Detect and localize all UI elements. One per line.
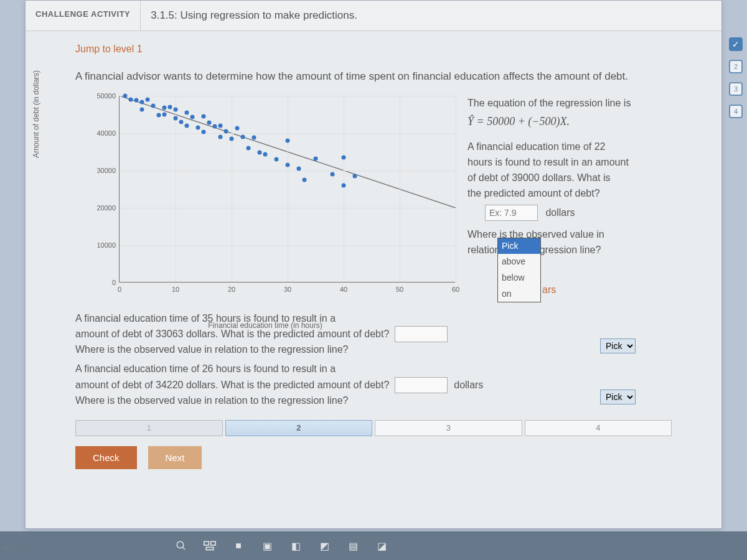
- data-point: [241, 134, 245, 139]
- q2-predicted-input[interactable]: [395, 326, 448, 342]
- svg-rect-4: [211, 541, 216, 545]
- pick-option-above[interactable]: above: [498, 254, 540, 270]
- data-point: [252, 135, 256, 139]
- equation-intro: The equation of the regression line is: [467, 96, 672, 111]
- q3-pick-select[interactable]: Pick: [600, 390, 636, 404]
- data-point: [314, 157, 318, 161]
- data-point: [140, 100, 144, 105]
- pick-option-pick[interactable]: Pick: [498, 238, 540, 254]
- data-point: [213, 124, 217, 128]
- data-point: [129, 97, 133, 101]
- step-1-done[interactable]: ✓: [729, 37, 743, 51]
- step-indicator-column: ✓ 2 3 4: [729, 37, 743, 118]
- x-axis-label: Financial education time (in hours): [208, 321, 322, 330]
- progress-2[interactable]: 2: [225, 420, 373, 436]
- progress-4[interactable]: 4: [525, 420, 672, 436]
- y-axis-label: Amount of debt (in dollars): [32, 70, 40, 157]
- task-view-icon[interactable]: [203, 539, 217, 553]
- data-point: [207, 120, 212, 124]
- data-point: [185, 123, 189, 128]
- data-point: [331, 172, 335, 176]
- app-icon-1[interactable]: ■: [232, 539, 245, 553]
- progress-3[interactable]: 3: [375, 420, 522, 436]
- app-icon-3[interactable]: ◧: [289, 539, 303, 553]
- data-point: [235, 126, 240, 131]
- q1-predicted-input[interactable]: [485, 205, 538, 221]
- challenge-tag: CHALLENGE ACTIVITY: [26, 1, 141, 30]
- data-point: [247, 146, 251, 150]
- q2-pick-select[interactable]: Pick: [600, 338, 636, 353]
- data-point: [157, 113, 161, 117]
- data-point: [162, 112, 167, 116]
- data-point: [151, 104, 156, 108]
- data-point: [179, 119, 184, 124]
- app-icon-4[interactable]: ◩: [317, 539, 331, 553]
- data-point: [224, 129, 228, 133]
- activity-title: 3.1.5: Using regression to make predicti…: [141, 1, 367, 30]
- data-point: [218, 134, 223, 139]
- activity-page: CHALLENGE ACTIVITY 3.1.5: Using regressi…: [25, 0, 722, 529]
- data-point: [286, 162, 290, 167]
- svg-point-1: [177, 541, 184, 548]
- q3-predicted-input[interactable]: [395, 377, 448, 393]
- data-point: [303, 177, 307, 182]
- dollars-label: dollars: [545, 207, 575, 218]
- app-icon-5[interactable]: ▤: [346, 539, 360, 553]
- data-point: [286, 138, 290, 142]
- step-3[interactable]: 3: [729, 82, 743, 96]
- step-4[interactable]: 4: [729, 105, 743, 118]
- pick-option-on[interactable]: on: [498, 286, 540, 302]
- svg-line-2: [182, 547, 185, 549]
- data-point: [162, 105, 167, 110]
- content: Jump to level 1 A financial advisor want…: [26, 31, 721, 482]
- data-point: [258, 150, 262, 154]
- q1-pick-dropdown-open[interactable]: Pick above below on: [497, 238, 541, 303]
- data-point: [218, 123, 223, 128]
- svg-rect-5: [206, 548, 214, 550]
- partial-text-ars: ars: [542, 282, 556, 298]
- regression-equation: Ŷ = 50000 + (−500)X.: [467, 113, 672, 131]
- data-point: [174, 116, 178, 120]
- data-point: [202, 130, 206, 134]
- app-icon-2[interactable]: ▣: [260, 539, 274, 553]
- check-button[interactable]: Check: [75, 446, 137, 469]
- data-point: [168, 105, 172, 109]
- windows-taskbar[interactable]: ■ ▣ ◧ ◩ ▤ ◪: [0, 531, 747, 560]
- data-point: [174, 108, 178, 112]
- below-chart-questions: A financial education time of 35 hours i…: [75, 311, 672, 409]
- data-point: [202, 114, 206, 118]
- data-point: [342, 155, 346, 159]
- next-button[interactable]: Next: [148, 446, 202, 469]
- check-icon: ✓: [732, 39, 740, 49]
- problem-intro: A financial advisor wants to determine h…: [75, 68, 672, 85]
- data-point: [134, 98, 139, 102]
- data-point: [196, 125, 200, 129]
- q1-text: A financial education time of 22 hours i…: [467, 139, 672, 201]
- data-point: [275, 157, 279, 161]
- progress-1[interactable]: 1: [75, 420, 223, 436]
- jump-to-level-link[interactable]: Jump to level 1: [75, 44, 672, 55]
- svg-rect-3: [204, 541, 209, 545]
- data-point: [140, 108, 144, 112]
- search-icon[interactable]: [174, 539, 188, 553]
- data-point: [297, 166, 301, 170]
- data-point: [190, 115, 195, 119]
- dollars-label-2: dollars: [454, 380, 483, 390]
- scatter-chart: 010203040506001000020000300004000050000: [119, 96, 455, 282]
- header-bar: CHALLENGE ACTIVITY 3.1.5: Using regressi…: [26, 1, 721, 31]
- data-point: [263, 152, 268, 157]
- chart-area: Amount of debt (in dollars) 010203040506…: [75, 96, 455, 307]
- data-point: [230, 136, 234, 141]
- data-point: [146, 97, 150, 101]
- data-point: [123, 93, 128, 98]
- pick-option-below[interactable]: below: [498, 270, 540, 286]
- progress-row: 1 2 3 4: [75, 420, 672, 436]
- data-point: [353, 174, 357, 178]
- data-point: [342, 183, 346, 187]
- right-column: The equation of the regression line is Ŷ…: [467, 96, 672, 307]
- step-2[interactable]: 2: [729, 60, 743, 73]
- data-point: [185, 110, 189, 114]
- app-icon-6[interactable]: ◪: [375, 539, 388, 553]
